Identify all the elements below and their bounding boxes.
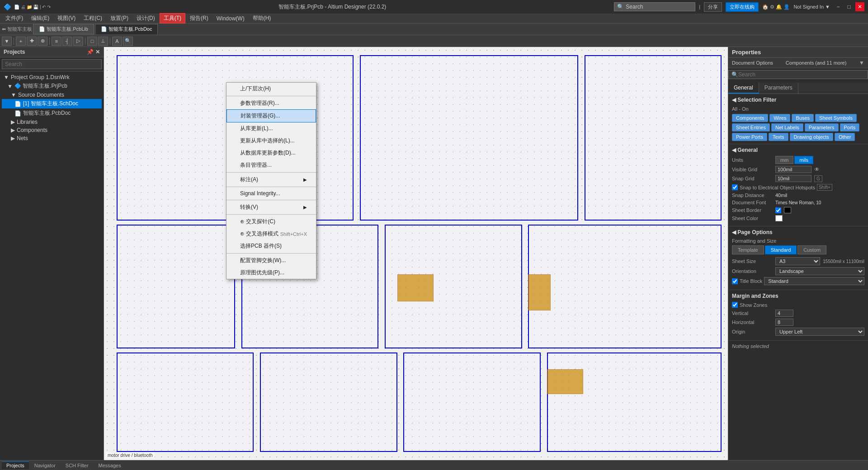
tree-source-docs[interactable]: ▼ Source Documents: [2, 91, 102, 99]
toolbar-wire[interactable]: ✚: [27, 37, 37, 46]
tree-prjpcb[interactable]: ▼ 🔷 智能车主板.PrjPcb: [2, 81, 102, 91]
tab-general[interactable]: General: [728, 83, 759, 94]
titlebar-search[interactable]: 🔍 Search: [614, 2, 695, 11]
bottom-tab-navigator[interactable]: Navigator: [30, 462, 60, 469]
toolbar-plus[interactable]: +: [16, 37, 26, 46]
dd-update-db[interactable]: 从数据库更新参数(D)...: [226, 147, 316, 159]
horizontal-input[interactable]: [775, 319, 793, 326]
dd-param-mgr[interactable]: 参数管理器(R)...: [226, 97, 316, 109]
tree-project-group[interactable]: ▼ Project Group 1.DsnWrk: [2, 73, 102, 81]
dd-config-pin[interactable]: 配置管脚交换(W)...: [226, 254, 316, 267]
tree-nets[interactable]: ▶ Nets: [2, 134, 102, 142]
sidebar-close[interactable]: ✕: [95, 49, 100, 55]
dd-signal-integrity[interactable]: Signal Integrity...: [226, 188, 316, 199]
visible-grid-input[interactable]: [775, 166, 811, 173]
close-button[interactable]: ✕: [855, 2, 864, 11]
dd-item-mgr[interactable]: 条目管理器...: [226, 159, 316, 171]
toolbar-conn[interactable]: ┤: [62, 37, 72, 46]
dd-sch-priority[interactable]: 原理图优先级(P)...: [226, 267, 316, 279]
dd-cross-probe[interactable]: ⊕ 交叉探针(C): [226, 216, 316, 228]
format-standard-btn[interactable]: Standard: [765, 245, 797, 254]
tree-pcbdoc[interactable]: 📄 智能车主板.PcbDoc: [2, 108, 102, 118]
filter-ports[interactable]: Ports: [840, 123, 860, 132]
vis-grid-icon[interactable]: 👁: [814, 166, 820, 173]
filter-icon[interactable]: ▼: [859, 60, 864, 66]
bottom-tab-projects[interactable]: Projects: [2, 461, 29, 469]
snap-elec-checkbox[interactable]: [732, 184, 738, 190]
snap-grid-input[interactable]: [775, 175, 811, 182]
tree-components[interactable]: ▶ Components: [2, 126, 102, 134]
menu-design[interactable]: 设计(D): [133, 14, 159, 23]
canvas-area[interactable]: motor drive / bluetooth 上/下层次(H) 参数管理器(R…: [104, 47, 728, 460]
sheet-color-box[interactable]: [775, 215, 783, 221]
window-controls[interactable]: − □ ✕: [834, 2, 864, 11]
properties-search-input[interactable]: [738, 71, 865, 78]
menu-place[interactable]: 放置(P): [107, 14, 132, 23]
tab-parameters[interactable]: Parameters: [759, 83, 798, 94]
vertical-input[interactable]: [775, 310, 793, 317]
filter-buses[interactable]: Buses: [792, 114, 814, 122]
filter-other[interactable]: Other: [835, 133, 855, 141]
dd-footprint-mgr[interactable]: 封装管理器(G)...: [226, 109, 316, 122]
tree-libraries[interactable]: ▶ Libraries: [2, 118, 102, 126]
sheet-border-color[interactable]: [784, 207, 791, 213]
bottom-tab-messages[interactable]: Messages: [94, 462, 126, 469]
filter-power-ports[interactable]: Power Ports: [732, 133, 767, 141]
filter-texts[interactable]: Texts: [769, 133, 788, 141]
tab-schlib[interactable]: 📄 智能车主板.PcbLib: [33, 24, 94, 34]
properties-search[interactable]: 🔍: [728, 70, 868, 79]
toolbar-zoom[interactable]: 🔍: [123, 37, 133, 46]
schematic-canvas[interactable]: motor drive / bluetooth: [104, 47, 728, 460]
maximize-button[interactable]: □: [844, 2, 854, 11]
filter-wires[interactable]: Wires: [769, 114, 790, 122]
unit-mils-btn[interactable]: mils: [794, 156, 813, 164]
toolbar-text[interactable]: A: [112, 37, 122, 46]
toolbar-power[interactable]: ⊥: [98, 37, 108, 46]
bottom-tab-sch-filter[interactable]: SCH Filter: [61, 462, 93, 469]
orientation-select[interactable]: Landscape Portrait: [775, 267, 864, 275]
toolbar-move[interactable]: ⊕: [38, 37, 47, 46]
tab-pcbdoc[interactable]: 📄 智能车主板.PcbDoc: [95, 24, 158, 34]
menu-view[interactable]: 视图(V): [54, 14, 79, 23]
sidebar-search-input[interactable]: [2, 59, 102, 69]
origin-select[interactable]: Upper Left Lower Left: [775, 328, 864, 336]
filter-sheet-symbols[interactable]: Sheet Symbols: [815, 114, 857, 122]
unit-mm-btn[interactable]: mm: [775, 156, 793, 164]
unit-toggle[interactable]: mm mils: [775, 156, 813, 164]
filter-parameters[interactable]: Parameters: [805, 123, 839, 132]
title-block-checkbox[interactable]: [732, 278, 738, 284]
filter-components[interactable]: Components: [732, 114, 768, 122]
menu-window[interactable]: Window(W): [213, 14, 248, 23]
filter-net-labels[interactable]: Net Labels: [771, 123, 803, 132]
sheet-border-checkbox[interactable]: [775, 207, 781, 213]
menu-tools[interactable]: 工具(T): [160, 13, 185, 24]
menu-project[interactable]: 工程(C): [80, 14, 106, 23]
dd-update-selected[interactable]: 更新从库中选择的(L)...: [226, 135, 316, 147]
toolbar-filter[interactable]: ▼: [2, 37, 12, 46]
sheet-size-select[interactable]: A3 A4 A2: [775, 257, 820, 265]
dd-annotate[interactable]: 标注(A) ▶: [226, 174, 316, 186]
menu-help[interactable]: 帮助(H): [249, 14, 275, 23]
menu-file[interactable]: 文件(F): [2, 14, 27, 23]
format-template-btn[interactable]: Template: [732, 245, 764, 254]
filter-drawing-objects[interactable]: Drawing objects: [790, 133, 833, 141]
dd-hierarchy[interactable]: 上/下层次(H): [226, 83, 316, 95]
online-button[interactable]: 立即在线购: [726, 2, 759, 12]
sidebar-pin[interactable]: 📌: [87, 49, 94, 55]
show-zones-checkbox[interactable]: [732, 302, 738, 308]
minimize-button[interactable]: −: [834, 2, 843, 11]
dd-convert[interactable]: 转换(V) ▶: [226, 201, 316, 213]
tree-schdoc[interactable]: 📄 [1] 智能车主板.SchDoc: [2, 99, 102, 108]
toolbar-port[interactable]: ▷: [73, 37, 83, 46]
filter-sheet-entries[interactable]: Sheet Entries: [732, 123, 770, 132]
title-block-select[interactable]: Standard: [764, 277, 864, 285]
toolbar-bus[interactable]: ≡: [52, 37, 61, 46]
dd-update-lib[interactable]: 从库更新(L)...: [226, 122, 316, 135]
toolbar-rect[interactable]: □: [87, 37, 97, 46]
menu-report[interactable]: 报告(R): [186, 14, 212, 23]
share-button[interactable]: 分享: [704, 2, 722, 12]
menu-edit[interactable]: 编辑(E): [28, 14, 53, 23]
format-custom-btn[interactable]: Custom: [797, 245, 826, 254]
dd-cross-select[interactable]: ⊕ 交叉选择模式 Shift+Ctrl+X: [226, 228, 316, 240]
dd-select-pcb[interactable]: 选择PCB 器件(S): [226, 240, 316, 252]
